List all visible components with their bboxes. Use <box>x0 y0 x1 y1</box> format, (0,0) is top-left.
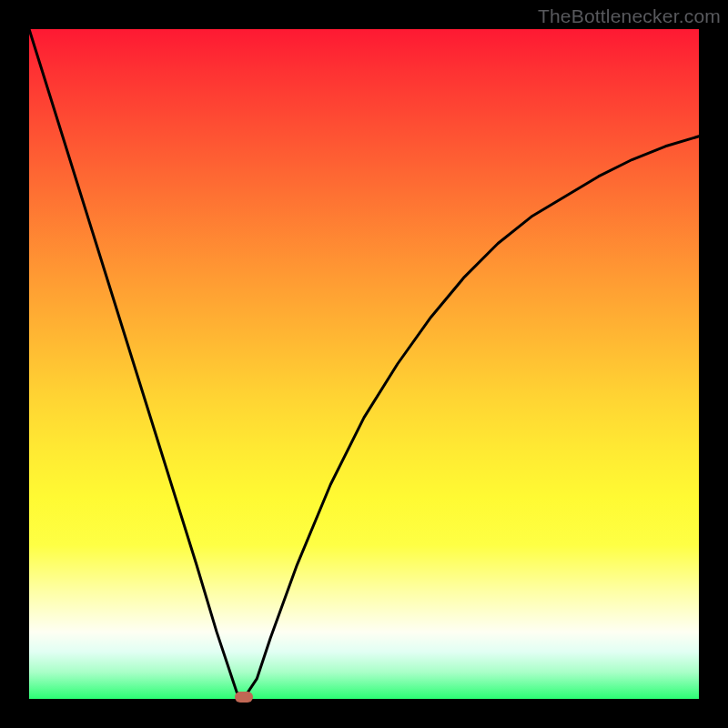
optimal-point-marker <box>235 692 253 703</box>
plot-area <box>29 29 699 699</box>
chart-frame: TheBottlenecker.com <box>0 0 728 728</box>
attribution-text: TheBottlenecker.com <box>538 5 721 27</box>
bottleneck-curve <box>29 29 699 699</box>
